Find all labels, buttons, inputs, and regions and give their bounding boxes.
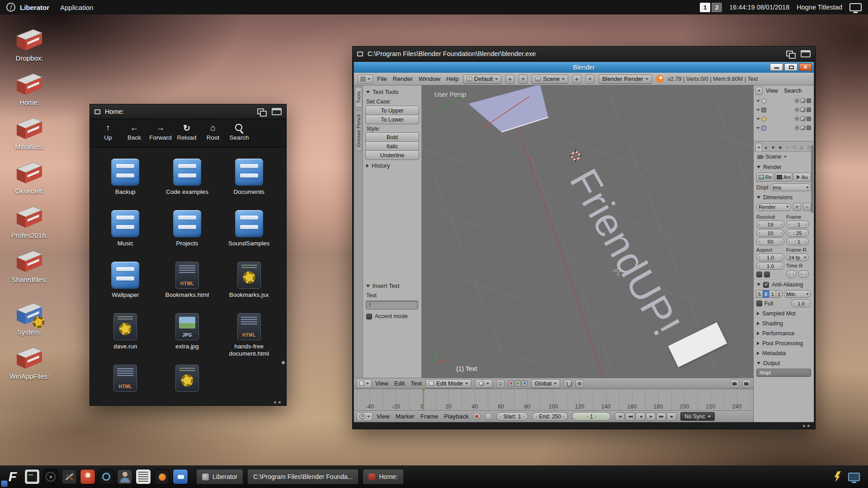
- aa-filter-select[interactable]: Mitc: [784, 290, 811, 298]
- desktop-icon[interactable]: Profes2016:: [0, 204, 59, 246]
- contacts-icon[interactable]: [117, 469, 132, 484]
- accent-mode-checkbox[interactable]: Accent mode: [365, 310, 419, 322]
- file-item[interactable]: Projects: [156, 210, 218, 262]
- outliner-row[interactable]: [755, 96, 812, 105]
- border-checkbox[interactable]: [756, 272, 762, 277]
- toolbar-button[interactable]: Reload: [174, 123, 199, 141]
- red-app-icon[interactable]: [80, 469, 95, 484]
- time-new-field[interactable]: ‹›: [798, 270, 809, 278]
- file-item[interactable]: Documents: [218, 159, 280, 210]
- panel-header-dimensions[interactable]: Dimensions: [754, 192, 814, 202]
- aa-samples-button[interactable]: 5: [756, 290, 763, 298]
- panel-header-history[interactable]: History: [365, 160, 419, 171]
- scroll-indicator[interactable]: [282, 361, 285, 364]
- crop-checkbox[interactable]: [764, 272, 770, 277]
- application-menu[interactable]: Application: [60, 4, 93, 11]
- file-item[interactable]: Wallpaper: [94, 262, 156, 313]
- frame-range-field[interactable]: ‹: 25›: [786, 229, 809, 237]
- menu-item[interactable]: Help: [446, 75, 459, 82]
- panel-header-text-tools[interactable]: Text Tools: [365, 86, 419, 97]
- style-button[interactable]: Italic: [365, 141, 419, 151]
- filter-size-field[interactable]: ‹1.0›: [791, 300, 811, 307]
- editor-type-button[interactable]: [755, 87, 763, 95]
- aa-samples-button[interactable]: 1: [776, 290, 783, 298]
- minimize-button[interactable]: [770, 63, 783, 71]
- opengl-render-anim-button[interactable]: [742, 380, 750, 388]
- sync-mode-select[interactable]: No Sync: [680, 412, 714, 421]
- playback-button[interactable]: ▶|: [667, 413, 676, 421]
- screen-layout-select[interactable]: Default: [463, 75, 501, 84]
- resize-grip[interactable]: [274, 401, 281, 404]
- playback-button[interactable]: ▶▶: [656, 413, 666, 421]
- viewport-3d[interactable]: FriendUP! User Persp (1) Text x y: [422, 85, 753, 378]
- desktop-icon[interactable]: System:: [0, 301, 59, 343]
- collapsed-panel-header[interactable]: Shading: [754, 318, 814, 328]
- proportional-edit-button[interactable]: [576, 380, 584, 388]
- aa-samples-button[interactable]: 1: [769, 290, 776, 298]
- menu-item[interactable]: View: [377, 413, 390, 420]
- desktop-icon[interactable]: WinAppFiles:: [0, 345, 59, 387]
- desktop-icon[interactable]: Oksedelt:: [0, 160, 59, 202]
- task-button[interactable]: Liberator: [196, 469, 243, 484]
- desktop-icon[interactable]: Home:: [0, 71, 59, 113]
- disc-icon[interactable]: [43, 469, 58, 484]
- close-button[interactable]: [799, 63, 812, 71]
- toolbar-button[interactable]: Root: [200, 123, 226, 141]
- output-path-field[interactable]: /tmp\: [756, 369, 811, 377]
- full-sample-checkbox[interactable]: Full: [756, 300, 790, 307]
- collapsed-panel-header[interactable]: Performance: [754, 328, 814, 338]
- preset-remove-button[interactable]: [803, 203, 811, 211]
- window-shade-button[interactable]: [272, 108, 282, 115]
- aspect-field[interactable]: ‹1.0›: [756, 253, 784, 261]
- window-depth-button[interactable]: [256, 108, 267, 116]
- news-icon[interactable]: [136, 469, 151, 484]
- tab-modifiers[interactable]: [798, 143, 805, 151]
- resize-grip[interactable]: [803, 425, 810, 427]
- insert-text-input[interactable]: [366, 300, 418, 310]
- to-upper-button[interactable]: To Upper: [365, 106, 419, 115]
- task-button[interactable]: Home:: [363, 469, 403, 484]
- tab-scene[interactable]: [770, 143, 777, 151]
- file-item[interactable]: Bookmarks.jsx: [218, 262, 280, 313]
- panel-header-antialiasing[interactable]: Anti-Aliasing: [754, 279, 814, 289]
- file-item[interactable]: dave.run: [94, 313, 156, 365]
- file-item[interactable]: hands-free document.html: [218, 313, 280, 365]
- file-item[interactable]: [156, 365, 218, 405]
- aa-checkbox[interactable]: [763, 282, 769, 288]
- window-shade-button[interactable]: [801, 50, 811, 57]
- mode-select[interactable]: Edit Mode: [425, 379, 472, 388]
- display-select[interactable]: Ima: [770, 183, 811, 191]
- time-old-field[interactable]: ‹›: [786, 270, 797, 278]
- style-button[interactable]: Bold: [365, 132, 419, 142]
- menu-item[interactable]: Window: [419, 75, 440, 82]
- blender-window-titlebar[interactable]: C:\Program Files\Blender Foundation\Blen…: [353, 47, 815, 61]
- file-item[interactable]: Code examples: [156, 159, 218, 210]
- orange-app-icon[interactable]: [154, 469, 170, 484]
- toolshelf-tab[interactable]: Tools: [355, 87, 362, 108]
- menu-item[interactable]: File: [377, 75, 387, 82]
- frame-range-field[interactable]: ‹: 1›: [786, 221, 809, 228]
- current-frame-field[interactable]: ‹1›: [572, 412, 611, 421]
- frame-start-field[interactable]: ‹Start:1›: [496, 412, 528, 421]
- toolbar-button[interactable]: Back: [122, 123, 147, 141]
- window-depth-button[interactable]: [785, 50, 796, 58]
- outliner-row[interactable]: [755, 123, 812, 132]
- properties-scrollbar[interactable]: [811, 145, 813, 213]
- toolbar-button[interactable]: Search: [226, 123, 252, 141]
- collapsed-panel-header[interactable]: Sampled Mot: [754, 308, 814, 318]
- desktop-icon[interactable]: Mitrafiles:: [0, 116, 59, 157]
- pivot-select[interactable]: [496, 380, 505, 388]
- scene-select[interactable]: Scene: [532, 75, 568, 84]
- snap-magnet-button[interactable]: [564, 380, 572, 388]
- auto-keyframe-button[interactable]: [473, 413, 481, 420]
- render-action-button[interactable]: Au: [793, 173, 811, 182]
- file-item[interactable]: extra.jpg: [156, 313, 218, 365]
- tab-render[interactable]: [755, 143, 762, 151]
- tools-icon[interactable]: [61, 469, 77, 484]
- menu-item[interactable]: Frame: [420, 413, 438, 420]
- file-item[interactable]: Bookmarks.html: [156, 262, 218, 313]
- toolbar-button[interactable]: Forward: [148, 123, 173, 141]
- outliner-row[interactable]: [755, 114, 812, 123]
- resolution-field[interactable]: ‹19›: [756, 221, 784, 228]
- file-item[interactable]: Backup: [94, 159, 156, 210]
